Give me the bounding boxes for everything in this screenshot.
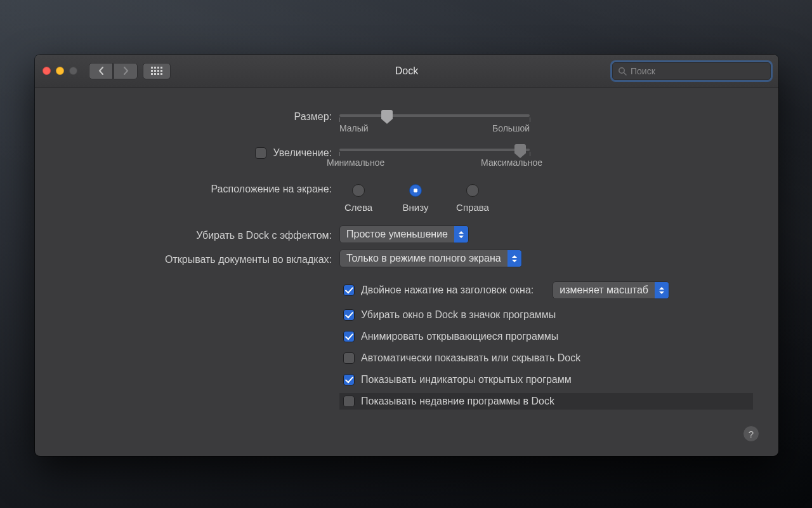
double-click-select[interactable]: изменяет масштаб xyxy=(553,281,669,299)
minimize-to-app-label: Убирать окно в Dock в значок программы xyxy=(361,309,556,321)
window-controls xyxy=(43,67,77,75)
animate-open-checkbox[interactable] xyxy=(343,331,355,342)
position-right-label: Справа xyxy=(456,202,489,213)
size-min-label: Малый xyxy=(339,123,369,133)
double-click-label: Двойное нажатие на заголовок окна: xyxy=(361,284,534,296)
animate-open-label: Анимировать открывающиеся программы xyxy=(361,331,558,342)
preferences-window: Dock Размер: Малый Большой xyxy=(35,55,778,456)
open-tabs-value: Только в режиме полного экрана xyxy=(346,253,501,264)
position-bottom-radio[interactable] xyxy=(409,184,422,197)
zoom-button[interactable] xyxy=(69,67,77,75)
double-click-checkbox[interactable] xyxy=(343,284,355,296)
magnification-max-label: Максимальное xyxy=(481,157,542,168)
minimize-to-app-checkbox[interactable] xyxy=(343,309,355,321)
magnification-checkbox[interactable] xyxy=(255,147,266,159)
double-click-value: изменяет масштаб xyxy=(560,284,648,296)
position-bottom-label: Внизу xyxy=(403,202,429,213)
chevron-right-icon xyxy=(123,67,129,75)
search-icon xyxy=(618,67,627,76)
auto-hide-label: Автоматически показывать или скрывать Do… xyxy=(361,352,580,364)
nav-buttons xyxy=(89,63,138,79)
chevron-left-icon xyxy=(98,67,104,75)
position-radio-group: Слева Внизу Справа xyxy=(339,182,753,213)
recents-label: Показывать недавние программы в Dock xyxy=(361,396,554,407)
open-tabs-select[interactable]: Только в режиме полного экрана xyxy=(339,250,522,267)
forward-button[interactable] xyxy=(114,63,138,79)
grid-icon xyxy=(151,67,162,75)
indicators-label: Показывать индикаторы открытых программ xyxy=(361,374,572,385)
minimize-effect-label: Убирать в Dock с эффектом: xyxy=(60,228,339,241)
magnification-slider[interactable] xyxy=(339,144,530,151)
position-label: Расположение на экране: xyxy=(60,182,339,195)
close-button[interactable] xyxy=(43,67,51,75)
size-max-label: Большой xyxy=(492,123,530,133)
size-label: Размер: xyxy=(60,109,339,123)
indicators-checkbox[interactable] xyxy=(343,374,355,385)
stepper-icon xyxy=(454,226,468,243)
search-field[interactable] xyxy=(612,62,771,80)
open-tabs-label: Открывать документы во вкладках: xyxy=(60,252,339,265)
show-all-button[interactable] xyxy=(143,63,171,79)
svg-line-1 xyxy=(624,72,627,75)
magnification-label: Увеличение: xyxy=(273,147,332,159)
minimize-effect-value: Простое уменьшение xyxy=(346,229,448,240)
titlebar: Dock xyxy=(35,55,778,88)
search-input[interactable] xyxy=(631,66,765,76)
size-slider[interactable] xyxy=(339,109,530,117)
pane-body: Размер: Малый Большой Увеличение: xyxy=(35,88,778,456)
position-right-radio[interactable] xyxy=(466,184,479,197)
minimize-button[interactable] xyxy=(56,67,64,75)
magnification-min-label: Минимальное xyxy=(327,157,384,168)
auto-hide-checkbox[interactable] xyxy=(343,352,355,364)
position-left-radio[interactable] xyxy=(352,184,365,197)
recents-checkbox[interactable] xyxy=(343,396,355,407)
help-button[interactable]: ? xyxy=(743,425,759,442)
stepper-icon xyxy=(655,282,669,298)
minimize-effect-select[interactable]: Простое уменьшение xyxy=(339,225,469,243)
back-button[interactable] xyxy=(89,63,113,79)
svg-point-0 xyxy=(619,67,624,72)
position-left-label: Слева xyxy=(344,202,372,213)
stepper-icon xyxy=(508,250,521,267)
